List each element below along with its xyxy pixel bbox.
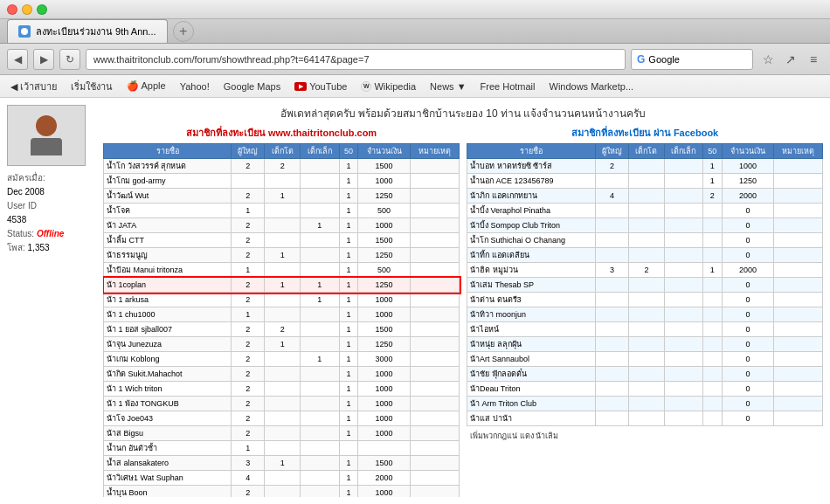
cell-child <box>301 397 340 411</box>
bookmark-youtube[interactable]: YouTube <box>291 79 350 93</box>
bookmark-label: Wikipedia <box>374 81 416 92</box>
star-icon[interactable]: ☆ <box>758 50 778 69</box>
cell-adult <box>596 233 629 248</box>
bookmark-label: Free Hotmail <box>481 81 536 92</box>
cell-note <box>774 337 823 352</box>
cell-adult <box>596 322 629 337</box>
table-row: น้า 1coplan 2 1 1 1 1250 <box>104 278 460 293</box>
bookmark-windows[interactable]: Windows Marketp... <box>546 79 638 93</box>
cell-note <box>411 248 460 263</box>
table-row: น้าเสม Thesab SP 0 <box>467 278 823 293</box>
cell-child: 1 <box>301 218 340 233</box>
cell-name: น้ำโก วังสวรรค์ สุกหนด <box>104 159 232 174</box>
table-row: น้ำโก Suthichai O Chanang 0 <box>467 233 823 248</box>
cell-amount: 1000 <box>358 307 411 322</box>
bookmark-wikipedia[interactable]: W Wikipedia <box>357 79 419 93</box>
cell-note <box>411 233 460 248</box>
close-button[interactable] <box>7 4 17 15</box>
bookmark-home[interactable]: ◀ เว้าสบาย <box>7 77 60 96</box>
table-row: น้า 1 Wich triton 2 1 1000 <box>104 382 460 397</box>
cell-fifty: 1 <box>339 293 358 307</box>
col-child: เด็กเล็ก <box>301 144 340 159</box>
cell-teen: 2 <box>629 263 665 278</box>
cell-fifty: 1 <box>339 411 358 426</box>
new-tab-button[interactable]: + <box>173 21 194 42</box>
cell-note <box>411 293 460 307</box>
cell-adult <box>596 278 629 293</box>
bookmark-start[interactable]: เริ่มใช้งาน <box>67 77 116 96</box>
cell-amount: 1000 <box>358 382 411 397</box>
cell-teen <box>265 397 301 411</box>
cell-adult: 2 <box>232 486 265 498</box>
menu-icon[interactable]: ≡ <box>804 50 823 69</box>
cell-amount: 1500 <box>358 233 411 248</box>
cell-child <box>664 337 702 352</box>
cell-adult <box>596 248 629 263</box>
cell-adult: 2 <box>232 293 265 307</box>
cell-fifty: 1 <box>703 263 723 278</box>
cell-teen <box>629 218 665 233</box>
url-field[interactable]: www.thaitritonclub.com/forum/showthread.… <box>86 49 626 70</box>
minimize-button[interactable] <box>22 4 32 15</box>
cell-child <box>301 382 340 397</box>
cell-fifty: 1 <box>339 159 358 174</box>
cell-adult: 1 <box>232 204 265 218</box>
table-row: น้า 1 arkusa 2 1 1 1000 <box>104 293 460 307</box>
cell-name: น้าโจ Joe043 <box>104 411 232 426</box>
page-header: อัพเดทล่าสุดครับ พร้อมด้วยสมาชิกบ้านระยอ… <box>103 105 823 121</box>
cell-amount: 1250 <box>358 189 411 204</box>
table-row: น้าบิ้ง Sompop Club Triton 0 <box>467 218 823 233</box>
back-button[interactable]: ◀ <box>7 49 28 70</box>
search-engine-icon: G <box>637 53 645 66</box>
bookmark-maps[interactable]: Google Maps <box>220 79 284 93</box>
search-field[interactable]: G Google <box>631 49 753 70</box>
cell-child <box>301 189 340 204</box>
refresh-button[interactable]: ↻ <box>59 49 80 70</box>
cell-teen <box>265 307 301 322</box>
forward-button[interactable]: ▶ <box>33 49 54 70</box>
cell-adult <box>596 204 629 218</box>
table-row: น้า 1 ยอส sjball007 2 2 1 1500 <box>104 322 460 337</box>
cell-fifty <box>703 233 723 248</box>
cell-child <box>301 367 340 382</box>
footer-note: เพิ่มพวกกฎแน่ แดง น้าเลิม <box>467 430 823 442</box>
bookmarks-bar: ◀ เว้าสบาย เริ่มใช้งาน 🍎 Apple Yahoo! Go… <box>0 75 830 98</box>
table-row: น้าไอหน์ 0 <box>467 322 823 337</box>
bookmark-hotmail[interactable]: Free Hotmail <box>477 79 539 93</box>
tab-favicon <box>18 25 31 38</box>
window-buttons <box>7 4 47 15</box>
cell-adult <box>596 307 629 322</box>
cell-adult: 2 <box>596 159 629 174</box>
maximize-button[interactable] <box>37 4 47 15</box>
cell-child <box>301 486 340 498</box>
bookmark-news[interactable]: News ▼ <box>426 79 469 93</box>
cell-teen <box>629 382 665 397</box>
cell-note <box>411 367 460 382</box>
cell-amount: 1000 <box>722 159 774 174</box>
bookmark-yahoo[interactable]: Yahoo! <box>176 79 213 93</box>
cell-child <box>301 411 340 426</box>
user-register-label: สมัครเมื่อ: <box>7 171 94 185</box>
cell-adult: 2 <box>232 322 265 337</box>
cell-name: น้า 1 ยอส sjball007 <box>104 322 232 337</box>
cell-name: น้าจุน Junezuza <box>104 337 232 352</box>
cell-amount: 1500 <box>358 456 411 471</box>
cell-name: น้าวิเศษ1 Wat Suphan <box>104 471 232 486</box>
cell-amount: 2000 <box>358 471 411 486</box>
cell-name: น้าแส ปาน้า <box>467 411 596 426</box>
cell-amount: 1500 <box>358 159 411 174</box>
table-row: น้ำโกม god-army 1 1000 <box>104 174 460 189</box>
share-icon[interactable]: ↗ <box>781 50 800 69</box>
cell-adult <box>596 293 629 307</box>
active-tab[interactable]: ลงทะเบียนร่วมงาน 9th Ann... <box>7 19 168 43</box>
cell-adult: 4 <box>232 471 265 486</box>
cell-child <box>664 159 702 174</box>
page-content: สมัครเมื่อ: Dec 2008 User ID 4538 Status… <box>0 98 830 504</box>
cell-fifty: 1 <box>339 233 358 248</box>
bookmark-label: เริ่มใช้งาน <box>71 79 113 94</box>
cell-adult: 2 <box>232 337 265 352</box>
cell-note <box>411 218 460 233</box>
table-row: น้าArt Sannaubol 0 <box>467 352 823 367</box>
bookmark-apple[interactable]: 🍎 Apple <box>123 79 169 93</box>
cell-teen <box>265 174 301 189</box>
